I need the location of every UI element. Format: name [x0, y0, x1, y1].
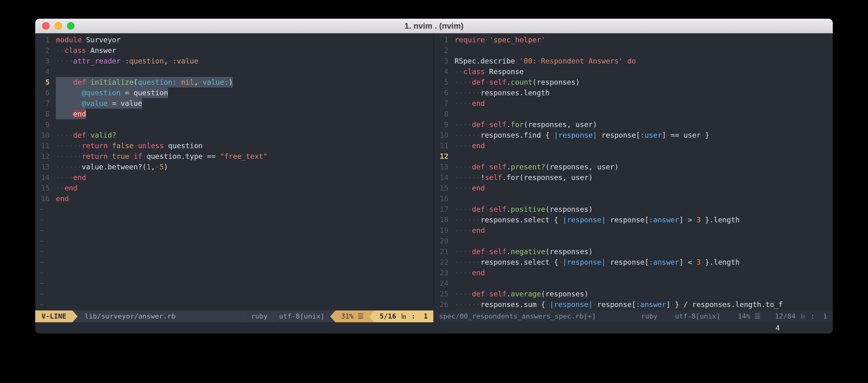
code-line[interactable]: 26······responses.sum·{·|response|·respo…: [434, 299, 833, 310]
code-line[interactable]: 9····def·self.for(responses,·user): [434, 119, 833, 130]
code-line[interactable]: 25····def·self.average(responses): [434, 289, 833, 299]
whitespace-dot-icon: ·: [545, 301, 550, 309]
code-line[interactable]: 7······@value·=·value: [35, 98, 433, 109]
minimize-button[interactable]: [55, 22, 62, 30]
code-line[interactable]: 14······!self.for(responses,·user): [434, 172, 833, 183]
code-line[interactable]: 8····end: [35, 109, 433, 119]
code-line[interactable]: 18······responses.select·{·|response|·re…: [434, 214, 833, 225]
whitespace-dot-icon: ·: [558, 258, 562, 266]
code-text: ······@value·=·value: [56, 98, 142, 109]
code-line[interactable]: 9: [35, 119, 433, 130]
code-line[interactable]: 3RSpec.describe·'00:·Respondent·Answers'…: [434, 56, 833, 66]
line-number: 9: [434, 119, 448, 130]
code-line[interactable]: 17····def·self.positive(responses): [434, 204, 833, 214]
whitespace-dot-icon: ·: [455, 120, 459, 129]
whitespace-dot-icon: ·: [666, 131, 671, 139]
code-line[interactable]: 8: [434, 109, 833, 119]
code-line[interactable]: 11······return·false·unless·question: [35, 140, 433, 151]
whitespace-dot-icon: ·: [56, 142, 60, 150]
code-line[interactable]: 2··class·Answer: [35, 45, 433, 56]
code-line[interactable]: 21····def·self.negative(responses): [434, 246, 833, 257]
code-line[interactable]: 16end: [35, 194, 433, 204]
whitespace-dot-icon: ·: [468, 142, 472, 150]
whitespace-dot-icon: ·: [65, 110, 69, 118]
line-number: 4: [35, 66, 50, 77]
encoding-right: utf-8[unix]: [666, 310, 729, 322]
code-text: ··class·Response: [455, 66, 524, 77]
code-line[interactable]: 6······responses.length: [434, 88, 833, 98]
code-line[interactable]: 3····attr_reader·:question,·:value: [35, 56, 433, 66]
whitespace-dot-icon: ·: [463, 184, 468, 192]
line-number: 7: [35, 98, 50, 109]
whitespace-dot-icon: ·: [107, 152, 112, 160]
line-number: 3: [434, 56, 448, 66]
code-line[interactable]: 2: [434, 45, 833, 56]
code-line[interactable]: 19····end: [434, 225, 833, 236]
code-line[interactable]: 16: [434, 194, 833, 204]
line-number: 16: [35, 194, 50, 204]
buffer-right[interactable]: 1require·'spec_helper'23RSpec.describe·'…: [434, 33, 833, 310]
whitespace-dot-icon: ·: [65, 131, 69, 139]
code-line[interactable]: 12: [434, 151, 833, 162]
code-text: ··end: [56, 183, 77, 194]
code-line[interactable]: 5····def·initialize(question:·nil,·value…: [35, 77, 433, 88]
code-line[interactable]: 1require·'spec_helper': [434, 35, 833, 45]
code-line[interactable]: 13······value.between?(1,·5): [35, 162, 433, 172]
code-line[interactable]: 4··class·Response: [434, 66, 833, 77]
whitespace-dot-icon: ·: [571, 120, 576, 129]
code-line[interactable]: 5····def·self.count(responses): [434, 77, 833, 88]
cursor-position-right: 12/84 ㏑ : 1: [769, 310, 833, 322]
code-text: ····end: [455, 268, 485, 278]
titlebar[interactable]: 1. nvim . (nvim): [35, 19, 833, 33]
line-number: 22: [434, 257, 448, 268]
buffer-left[interactable]: 1module·Surveyor2··class·Answer3····attr…: [35, 33, 433, 310]
code-line[interactable]: 15··end: [35, 183, 433, 194]
empty-line-tilde: ~: [35, 204, 433, 214]
empty-line-tilde: ~: [35, 246, 433, 257]
code-line[interactable]: 7····end: [434, 98, 833, 109]
whitespace-dot-icon: ·: [455, 248, 459, 256]
whitespace-dot-icon: ·: [688, 301, 692, 309]
whitespace-dot-icon: ·: [56, 173, 60, 181]
whitespace-dot-icon: ·: [77, 152, 82, 160]
whitespace-dot-icon: ·: [459, 163, 463, 171]
whitespace-dot-icon: ·: [593, 163, 597, 171]
code-line[interactable]: 1module·Surveyor: [35, 35, 433, 45]
whitespace-dot-icon: ·: [60, 46, 65, 55]
code-line[interactable]: 12······return·true·if·question.type·==·…: [35, 151, 433, 162]
line-number: 23: [434, 268, 448, 278]
code-line[interactable]: 6······@question·=·question: [35, 88, 433, 98]
code-text: ······responses.select·{·|response|·resp…: [455, 214, 740, 225]
code-line[interactable]: 20: [434, 236, 833, 246]
whitespace-dot-icon: ·: [463, 290, 468, 298]
code-line[interactable]: 24: [434, 278, 833, 289]
code-text: ····def·self.present?(responses,·user): [455, 162, 619, 172]
whitespace-dot-icon: ·: [73, 152, 77, 160]
code-line[interactable]: 14····end: [35, 172, 433, 183]
code-line[interactable]: 15····end: [434, 183, 833, 194]
whitespace-dot-icon: ·: [463, 173, 468, 181]
code-line[interactable]: 11····end: [434, 140, 833, 151]
whitespace-dot-icon: ·: [455, 216, 459, 224]
code-line[interactable]: 22······responses.select·{·|response|·re…: [434, 257, 833, 268]
whitespace-dot-icon: ·: [536, 57, 541, 65]
whitespace-dot-icon: ·: [459, 78, 463, 86]
code-line[interactable]: 10····def·valid?: [35, 130, 433, 140]
line-number: 20: [434, 236, 448, 246]
close-button[interactable]: [42, 22, 50, 30]
whitespace-dot-icon: ·: [129, 89, 134, 97]
command-line[interactable]: 4: [35, 322, 833, 334]
whitespace-dot-icon: ·: [485, 68, 489, 76]
code-line[interactable]: 13····def·self.present?(responses,·user): [434, 162, 833, 172]
zoom-button[interactable]: [67, 22, 74, 30]
editor-pane-right: 1require·'spec_helper'23RSpec.describe·'…: [434, 33, 833, 322]
code-line[interactable]: 23····end: [434, 268, 833, 278]
whitespace-dot-icon: ·: [459, 248, 463, 256]
empty-line-tilde: ~: [35, 257, 433, 268]
whitespace-dot-icon: ·: [455, 163, 459, 171]
whitespace-dot-icon: ·: [468, 99, 472, 107]
code-line[interactable]: 4: [35, 66, 433, 77]
code-line[interactable]: 10······responses.find·{·|response|·resp…: [434, 130, 833, 140]
whitespace-dot-icon: ·: [73, 99, 77, 107]
whitespace-dot-icon: ·: [463, 269, 468, 277]
